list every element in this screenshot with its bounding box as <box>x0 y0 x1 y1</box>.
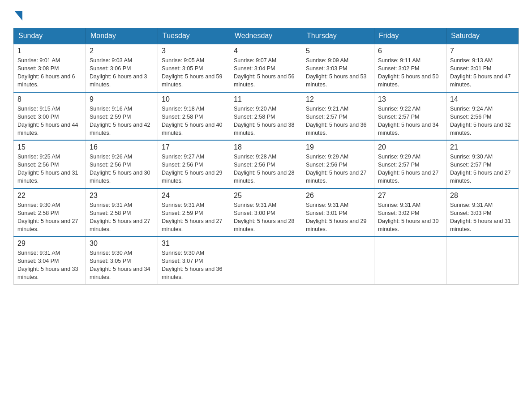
day-number: 16 <box>90 143 154 151</box>
day-number: 5 <box>306 47 370 55</box>
calendar-cell <box>374 236 446 284</box>
day-number: 23 <box>90 192 154 200</box>
day-number: 8 <box>17 95 82 103</box>
day-info: Sunrise: 9:24 AMSunset: 2:56 PMDaylight:… <box>450 105 515 137</box>
day-number: 31 <box>162 240 226 248</box>
day-info: Sunrise: 9:31 AMSunset: 2:59 PMDaylight:… <box>162 201 226 234</box>
day-number: 3 <box>162 47 226 55</box>
day-number: 28 <box>450 192 515 200</box>
day-number: 21 <box>450 143 515 151</box>
day-number: 1 <box>17 47 82 55</box>
calendar-cell: 21Sunrise: 9:30 AMSunset: 2:57 PMDayligh… <box>446 140 519 188</box>
calendar-cell: 24Sunrise: 9:31 AMSunset: 2:59 PMDayligh… <box>158 188 230 237</box>
calendar-cell: 9Sunrise: 9:16 AMSunset: 2:59 PMDaylight… <box>86 92 158 141</box>
page-header <box>13 9 519 19</box>
calendar-cell: 14Sunrise: 9:24 AMSunset: 2:56 PMDayligh… <box>446 92 519 141</box>
day-number: 12 <box>306 95 370 103</box>
calendar-cell: 18Sunrise: 9:28 AMSunset: 2:56 PMDayligh… <box>230 140 302 188</box>
day-info: Sunrise: 9:07 AMSunset: 3:04 PMDaylight:… <box>234 56 298 89</box>
day-number: 19 <box>306 143 370 151</box>
calendar-cell <box>230 236 302 284</box>
calendar-cell: 16Sunrise: 9:26 AMSunset: 2:56 PMDayligh… <box>86 140 158 188</box>
day-number: 7 <box>450 47 515 55</box>
day-number: 27 <box>378 192 442 200</box>
calendar-cell: 19Sunrise: 9:29 AMSunset: 2:56 PMDayligh… <box>302 140 374 188</box>
week-row-3: 15Sunrise: 9:25 AMSunset: 2:56 PMDayligh… <box>14 140 519 188</box>
day-info: Sunrise: 9:31 AMSunset: 2:58 PMDaylight:… <box>90 201 154 234</box>
day-number: 13 <box>378 95 442 103</box>
calendar-cell: 31Sunrise: 9:30 AMSunset: 3:07 PMDayligh… <box>158 236 230 284</box>
day-info: Sunrise: 9:03 AMSunset: 3:06 PMDaylight:… <box>90 56 154 89</box>
calendar-cell: 17Sunrise: 9:27 AMSunset: 2:56 PMDayligh… <box>158 140 230 188</box>
day-number: 18 <box>234 143 298 151</box>
day-number: 22 <box>17 192 82 200</box>
calendar-cell: 13Sunrise: 9:22 AMSunset: 2:57 PMDayligh… <box>374 92 446 141</box>
col-header-saturday: Saturday <box>446 28 519 44</box>
day-info: Sunrise: 9:01 AMSunset: 3:08 PMDaylight:… <box>17 56 82 89</box>
day-number: 10 <box>162 95 226 103</box>
calendar-cell: 29Sunrise: 9:31 AMSunset: 3:04 PMDayligh… <box>14 236 86 284</box>
day-info: Sunrise: 9:30 AMSunset: 2:57 PMDaylight:… <box>450 153 515 185</box>
calendar-cell: 12Sunrise: 9:21 AMSunset: 2:57 PMDayligh… <box>302 92 374 141</box>
day-info: Sunrise: 9:21 AMSunset: 2:57 PMDaylight:… <box>306 105 370 137</box>
day-number: 29 <box>17 240 82 248</box>
calendar-cell: 28Sunrise: 9:31 AMSunset: 3:03 PMDayligh… <box>446 188 519 237</box>
day-info: Sunrise: 9:29 AMSunset: 2:56 PMDaylight:… <box>306 153 370 185</box>
day-number: 6 <box>378 47 442 55</box>
week-row-1: 1Sunrise: 9:01 AMSunset: 3:08 PMDaylight… <box>14 44 519 92</box>
day-info: Sunrise: 9:18 AMSunset: 2:58 PMDaylight:… <box>162 105 226 137</box>
col-header-sunday: Sunday <box>14 28 86 44</box>
calendar-cell: 7Sunrise: 9:13 AMSunset: 3:01 PMDaylight… <box>446 44 519 92</box>
day-info: Sunrise: 9:31 AMSunset: 3:00 PMDaylight:… <box>234 201 298 234</box>
day-info: Sunrise: 9:31 AMSunset: 3:03 PMDaylight:… <box>450 201 515 234</box>
calendar-cell: 26Sunrise: 9:31 AMSunset: 3:01 PMDayligh… <box>302 188 374 237</box>
day-info: Sunrise: 9:05 AMSunset: 3:05 PMDaylight:… <box>162 56 226 89</box>
calendar-cell: 5Sunrise: 9:09 AMSunset: 3:03 PMDaylight… <box>302 44 374 92</box>
day-info: Sunrise: 9:22 AMSunset: 2:57 PMDaylight:… <box>378 105 442 137</box>
logo-arrow-icon <box>14 11 22 21</box>
day-info: Sunrise: 9:15 AMSunset: 3:00 PMDaylight:… <box>17 105 82 137</box>
calendar-cell: 2Sunrise: 9:03 AMSunset: 3:06 PMDaylight… <box>86 44 158 92</box>
day-info: Sunrise: 9:26 AMSunset: 2:56 PMDaylight:… <box>90 153 154 185</box>
calendar-cell: 30Sunrise: 9:30 AMSunset: 3:05 PMDayligh… <box>86 236 158 284</box>
week-row-4: 22Sunrise: 9:30 AMSunset: 2:58 PMDayligh… <box>14 188 519 237</box>
week-row-2: 8Sunrise: 9:15 AMSunset: 3:00 PMDaylight… <box>14 92 519 141</box>
col-header-monday: Monday <box>86 28 158 44</box>
day-number: 20 <box>378 143 442 151</box>
day-info: Sunrise: 9:25 AMSunset: 2:56 PMDaylight:… <box>17 153 82 185</box>
day-number: 17 <box>162 143 226 151</box>
calendar-cell <box>446 236 519 284</box>
day-number: 25 <box>234 192 298 200</box>
week-row-5: 29Sunrise: 9:31 AMSunset: 3:04 PMDayligh… <box>14 236 519 284</box>
day-number: 30 <box>90 240 154 248</box>
day-info: Sunrise: 9:31 AMSunset: 3:04 PMDaylight:… <box>17 249 82 282</box>
day-number: 9 <box>90 95 154 103</box>
day-info: Sunrise: 9:11 AMSunset: 3:02 PMDaylight:… <box>378 56 442 89</box>
day-info: Sunrise: 9:13 AMSunset: 3:01 PMDaylight:… <box>450 56 515 89</box>
calendar-cell: 8Sunrise: 9:15 AMSunset: 3:00 PMDaylight… <box>14 92 86 141</box>
calendar-cell: 20Sunrise: 9:29 AMSunset: 2:57 PMDayligh… <box>374 140 446 188</box>
logo <box>13 9 22 19</box>
day-number: 2 <box>90 47 154 55</box>
calendar-cell: 25Sunrise: 9:31 AMSunset: 3:00 PMDayligh… <box>230 188 302 237</box>
col-header-wednesday: Wednesday <box>230 28 302 44</box>
day-number: 14 <box>450 95 515 103</box>
day-info: Sunrise: 9:09 AMSunset: 3:03 PMDaylight:… <box>306 56 370 89</box>
day-number: 4 <box>234 47 298 55</box>
col-header-friday: Friday <box>374 28 446 44</box>
day-info: Sunrise: 9:29 AMSunset: 2:57 PMDaylight:… <box>378 153 442 185</box>
calendar-cell: 15Sunrise: 9:25 AMSunset: 2:56 PMDayligh… <box>14 140 86 188</box>
calendar-cell: 6Sunrise: 9:11 AMSunset: 3:02 PMDaylight… <box>374 44 446 92</box>
day-info: Sunrise: 9:27 AMSunset: 2:56 PMDaylight:… <box>162 153 226 185</box>
calendar-cell: 11Sunrise: 9:20 AMSunset: 2:58 PMDayligh… <box>230 92 302 141</box>
calendar-cell: 10Sunrise: 9:18 AMSunset: 2:58 PMDayligh… <box>158 92 230 141</box>
calendar-cell: 1Sunrise: 9:01 AMSunset: 3:08 PMDaylight… <box>14 44 86 92</box>
calendar-cell: 22Sunrise: 9:30 AMSunset: 2:58 PMDayligh… <box>14 188 86 237</box>
day-number: 24 <box>162 192 226 200</box>
day-number: 11 <box>234 95 298 103</box>
day-number: 15 <box>17 143 82 151</box>
calendar-cell <box>302 236 374 284</box>
day-info: Sunrise: 9:28 AMSunset: 2:56 PMDaylight:… <box>234 153 298 185</box>
calendar-cell: 3Sunrise: 9:05 AMSunset: 3:05 PMDaylight… <box>158 44 230 92</box>
day-info: Sunrise: 9:30 AMSunset: 3:07 PMDaylight:… <box>162 249 226 282</box>
